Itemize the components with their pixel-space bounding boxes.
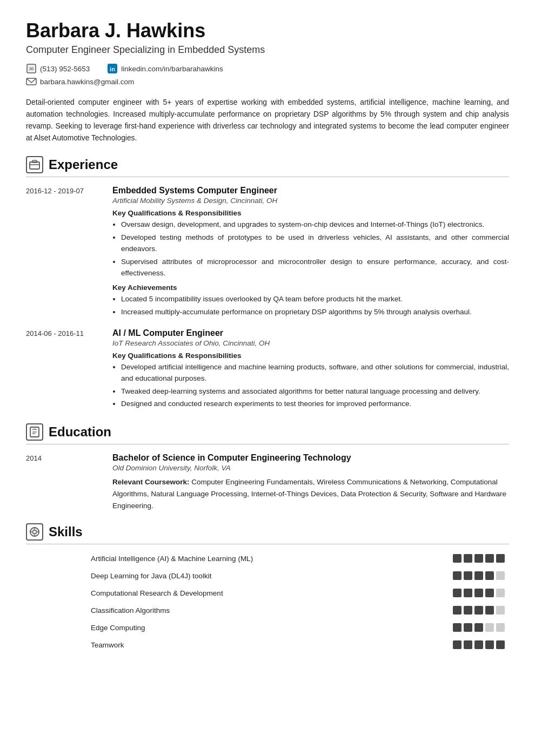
dot-filled: [485, 554, 494, 563]
skill-dots: [364, 640, 505, 649]
dot-empty: [496, 606, 505, 615]
coursework: Relevant Coursework: Computer Engineerin…: [112, 476, 509, 511]
education-list: 2014 Bachelor of Science in Computer Eng…: [26, 453, 509, 511]
skill-name: Teamwork: [26, 636, 364, 653]
dot-filled: [485, 571, 494, 580]
list-item: Developed testing methods of prototypes …: [121, 232, 509, 255]
skill-dots: [364, 589, 505, 597]
skill-row: Computational Research & Development: [26, 584, 509, 602]
skill-bar: [364, 584, 509, 602]
skill-bar: [364, 619, 509, 636]
dot-filled: [474, 589, 483, 597]
phone-number: (513) 952-5653: [40, 65, 90, 73]
skills-table: Artificial Intelligence (AI) & Machine L…: [26, 550, 509, 653]
skill-dots: [364, 554, 505, 563]
list-item: Located 5 incompatibility issues overloo…: [121, 294, 509, 305]
dot-filled: [453, 640, 462, 649]
email-icon: [26, 76, 37, 87]
contact-row-2: barbara.hawkins@gmail.com: [26, 76, 509, 87]
experience-icon: [26, 156, 43, 173]
skill-row: Artificial Intelligence (AI) & Machine L…: [26, 550, 509, 567]
experience-entry: 2014-06 - 2016-11 AI / ML Computer Engin…: [26, 328, 509, 412]
dot-filled: [453, 623, 462, 632]
experience-entry: 2016-12 - 2019-07 Embedded Systems Compu…: [26, 186, 509, 319]
skill-bar: [364, 550, 509, 567]
resume-header: Barbara J. Hawkins Computer Engineer Spe…: [26, 19, 509, 87]
entry-content: AI / ML Computer Engineer IoT Research A…: [112, 328, 509, 412]
skill-bar: [364, 567, 509, 584]
coursework-label: Relevant Coursework:: [112, 478, 190, 486]
qualifications-label: Key Qualifications & Responsibilities: [112, 352, 509, 360]
qualifications-list: Developed artificial intelligence and ma…: [121, 362, 509, 410]
entry-content: Embedded Systems Computer Engineer Artif…: [112, 186, 509, 319]
dot-filled: [485, 606, 494, 615]
dot-filled: [453, 606, 462, 615]
skill-bar: [364, 602, 509, 619]
dot-filled: [464, 554, 472, 563]
list-item: Supervised attributes of microprocessor …: [121, 256, 509, 279]
skill-name: Artificial Intelligence (AI) & Machine L…: [26, 550, 364, 567]
skill-name: Computational Research & Development: [26, 584, 364, 602]
linkedin-contact: in linkedin.com/in/barbarahawkins: [107, 63, 223, 74]
education-entry: 2014 Bachelor of Science in Computer Eng…: [26, 453, 509, 511]
skill-name: Classification Algorithms: [26, 602, 364, 619]
phone-icon: ✉: [26, 63, 37, 74]
dot-empty: [485, 623, 494, 632]
list-item: Developed artificial intelligence and ma…: [121, 362, 509, 384]
experience-list: 2016-12 - 2019-07 Embedded Systems Compu…: [26, 186, 509, 411]
skill-row: Classification Algorithms: [26, 602, 509, 619]
skill-dots: [364, 623, 505, 632]
education-section-title: Education: [49, 424, 111, 440]
list-item: Tweaked deep-learning systems and associ…: [121, 386, 509, 397]
skill-bar: [364, 636, 509, 653]
skill-name: Edge Computing: [26, 619, 364, 636]
dot-filled: [464, 571, 472, 580]
svg-text:✉: ✉: [29, 66, 34, 72]
entry-date: 2016-12 - 2019-07: [26, 186, 112, 319]
qualifications-list: Oversaw design, development, and upgrade…: [121, 219, 509, 279]
email-address: barbara.hawkins@gmail.com: [40, 78, 134, 86]
linkedin-url: linkedin.com/in/barbarahawkins: [121, 65, 223, 73]
dot-filled: [474, 554, 483, 563]
dot-filled: [485, 640, 494, 649]
dot-empty: [496, 623, 505, 632]
skills-section-header: Skills: [26, 523, 509, 544]
list-item: Designed and conducted research experime…: [121, 399, 509, 410]
svg-rect-5: [30, 162, 39, 169]
experience-section-header: Experience: [26, 156, 509, 177]
email-contact: barbara.hawkins@gmail.com: [26, 76, 134, 87]
experience-section-title: Experience: [49, 157, 118, 172]
dot-filled: [453, 554, 462, 563]
education-icon: [26, 423, 43, 441]
dot-filled: [496, 554, 505, 563]
list-item: Increased multiply-accumulate performanc…: [121, 307, 509, 318]
edu-org: Old Dominion University, Norfolk, VA: [112, 464, 509, 472]
dot-filled: [474, 571, 483, 580]
degree-title: Bachelor of Science in Computer Engineer…: [112, 453, 509, 463]
skill-dots: [364, 571, 505, 580]
skill-row: Teamwork: [26, 636, 509, 653]
candidate-name: Barbara J. Hawkins: [26, 19, 509, 42]
job-title: Embedded Systems Computer Engineer: [112, 186, 509, 195]
dot-empty: [496, 571, 505, 580]
dot-filled: [474, 623, 483, 632]
candidate-title: Computer Engineer Specializing in Embedd…: [26, 44, 509, 56]
skills-icon: [26, 523, 43, 541]
edu-content: Bachelor of Science in Computer Engineer…: [112, 453, 509, 511]
job-org: Artificial Mobility Systems & Design, Ci…: [112, 197, 509, 205]
edu-year: 2014: [26, 453, 112, 511]
svg-text:in: in: [110, 66, 115, 72]
dot-filled: [464, 589, 472, 597]
dot-filled: [474, 640, 483, 649]
list-item: Oversaw design, development, and upgrade…: [121, 219, 509, 231]
skills-section-title: Skills: [49, 524, 83, 539]
svg-rect-6: [32, 160, 37, 163]
dot-filled: [453, 571, 462, 580]
education-section-header: Education: [26, 423, 509, 444]
job-org: IoT Research Associates of Ohio, Cincinn…: [112, 339, 509, 347]
summary-text: Detail-oriented computer engineer with 5…: [26, 97, 509, 144]
dot-filled: [496, 640, 505, 649]
dot-filled: [485, 589, 494, 597]
dot-filled: [474, 606, 483, 615]
phone-contact: ✉ (513) 952-5653: [26, 63, 90, 74]
